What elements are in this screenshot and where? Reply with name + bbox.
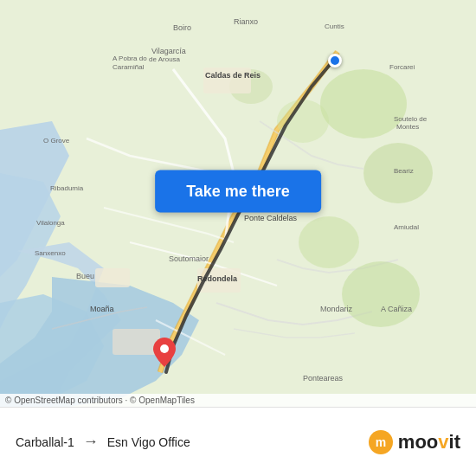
map-view: Boiro Rianxo A Pobra do Caramiñal Vilaga… xyxy=(0,0,476,407)
svg-text:de Arousa: de Arousa xyxy=(149,55,181,63)
svg-text:Rianxo: Rianxo xyxy=(234,17,258,26)
svg-text:A Cañiza: A Cañiza xyxy=(381,305,412,313)
svg-text:Cuntis: Cuntis xyxy=(325,23,344,30)
svg-text:Beariz: Beariz xyxy=(394,167,414,175)
svg-text:Forcarei: Forcarei xyxy=(389,63,415,71)
svg-text:Vilalonga: Vilalonga xyxy=(36,219,65,227)
svg-text:Ribadumia: Ribadumia xyxy=(50,184,84,192)
svg-text:Caldas de Reis: Caldas de Reis xyxy=(205,71,261,80)
svg-point-8 xyxy=(299,216,359,268)
svg-text:Ponteareas: Ponteareas xyxy=(303,374,344,383)
svg-text:Soutomaior: Soutomaior xyxy=(169,254,209,263)
route-arrow-icon: → xyxy=(83,433,99,451)
svg-text:Moaña: Moaña xyxy=(90,305,114,313)
svg-point-43 xyxy=(160,344,169,353)
destination-marker xyxy=(153,338,176,370)
svg-text:Soutelo de: Soutelo de xyxy=(394,115,428,123)
svg-rect-15 xyxy=(95,268,130,287)
origin-label: Carballal-1 xyxy=(16,435,74,449)
svg-point-6 xyxy=(320,69,407,138)
moovit-logo: m moovit xyxy=(369,430,460,454)
svg-point-10 xyxy=(277,100,329,143)
svg-text:Amiudal: Amiudal xyxy=(394,223,419,231)
moovit-wordmark: moovit xyxy=(398,431,460,453)
svg-text:Mondariz: Mondariz xyxy=(320,305,353,313)
svg-text:O Grove: O Grove xyxy=(43,137,70,145)
svg-text:A Pobra do: A Pobra do xyxy=(113,55,147,62)
svg-text:Ponte Caldelas: Ponte Caldelas xyxy=(244,214,298,222)
svg-text:Montes: Montes xyxy=(396,123,419,131)
svg-text:Sanxenxo: Sanxenxo xyxy=(35,249,66,257)
svg-text:Boiro: Boiro xyxy=(173,23,191,32)
take-me-there-button[interactable]: Take me there xyxy=(155,170,321,212)
svg-point-9 xyxy=(342,261,420,327)
destination-label: Esn Vigo Office xyxy=(107,435,190,449)
svg-text:Caramiñal: Caramiñal xyxy=(113,63,145,71)
svg-text:m: m xyxy=(376,435,386,449)
bottom-bar: Carballal-1 → Esn Vigo Office m moovit xyxy=(0,407,476,476)
map-attribution: © OpenStreetMap contributors · © OpenMap… xyxy=(0,394,476,407)
svg-text:Vilagarcía: Vilagarcía xyxy=(151,47,186,55)
route-info: Carballal-1 → Esn Vigo Office xyxy=(16,433,190,451)
origin-marker xyxy=(328,54,342,68)
svg-text:Bueu: Bueu xyxy=(76,272,94,280)
